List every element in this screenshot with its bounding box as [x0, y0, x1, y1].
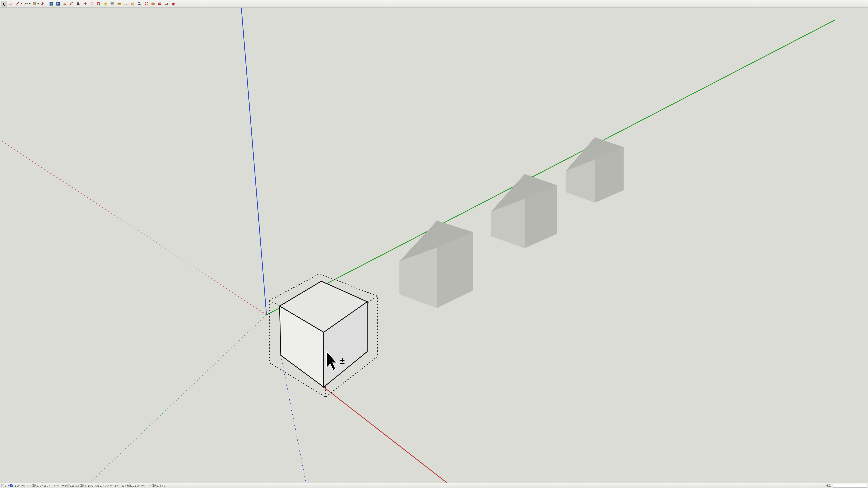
- info-icon[interactable]: i: [5, 484, 8, 487]
- dimension-tool[interactable]: [116, 1, 122, 7]
- svg-rect-12: [99, 4, 100, 5]
- main-toolbar: A1: [0, 0, 868, 8]
- svg-point-10: [78, 3, 79, 4]
- ghost-cube-3: [566, 137, 624, 203]
- green-axis-positive: [267, 20, 835, 315]
- ghost-cube-1: [399, 221, 473, 308]
- status-icons: ? i ?: [1, 484, 13, 487]
- help-icon[interactable]: ?: [9, 484, 13, 487]
- offset-tool[interactable]: [62, 1, 68, 7]
- svg-rect-23: [159, 4, 161, 4]
- zoom-extents-tool[interactable]: [143, 1, 149, 7]
- extension-warehouse-tool[interactable]: [170, 1, 177, 7]
- component-tool[interactable]: [48, 1, 55, 7]
- svg-text:A1: A1: [111, 3, 113, 4]
- blue-axis-positive: [241, 8, 266, 315]
- ghost-cube-2: [491, 174, 557, 248]
- zoom-tool[interactable]: [136, 1, 143, 7]
- followme-tool[interactable]: [68, 1, 75, 7]
- text-tool[interactable]: A1: [109, 1, 116, 7]
- hint-icon[interactable]: ?: [1, 484, 4, 487]
- svg-rect-25: [165, 3, 167, 4]
- move-tool[interactable]: [82, 1, 88, 7]
- measurement-label: 測定: [826, 484, 831, 487]
- line-tool-dropdown[interactable]: [21, 1, 22, 7]
- svg-rect-21: [158, 3, 161, 5]
- svg-point-20: [138, 2, 140, 4]
- viewport-canvas: ±: [0, 8, 868, 483]
- measurement-input[interactable]: [833, 484, 867, 488]
- red-axis-positive: [324, 387, 477, 483]
- add-location-tool[interactable]: [157, 1, 163, 7]
- svg-point-14: [105, 4, 106, 4]
- shape-tool[interactable]: [31, 1, 37, 7]
- svg-rect-24: [165, 3, 167, 5]
- svg-rect-26: [165, 4, 167, 4]
- rotate-tool[interactable]: [89, 1, 95, 7]
- svg-rect-22: [159, 3, 161, 4]
- scale-tool[interactable]: [96, 1, 102, 7]
- svg-rect-2: [16, 5, 17, 5]
- tapemeasure-tool[interactable]: [75, 1, 82, 7]
- 3d-warehouse-tool[interactable]: [163, 1, 170, 7]
- select-tool[interactable]: [1, 1, 7, 7]
- selected-cube[interactable]: [280, 281, 367, 387]
- svg-text:±: ±: [340, 355, 345, 366]
- arc-tool-dropdown[interactable]: [29, 1, 31, 7]
- shape-tool-dropdown[interactable]: [37, 1, 39, 7]
- section-plane-tool[interactable]: [150, 1, 156, 7]
- protractor-tool[interactable]: [102, 1, 109, 7]
- arc-tool[interactable]: [23, 1, 29, 7]
- red-axis-negative: [0, 132, 267, 315]
- paintbucket-tool[interactable]: [55, 1, 61, 7]
- eraser-tool[interactable]: [8, 1, 14, 7]
- status-hint-text: オブジェクトを選択してください。Shift キーを押したまま選択するか、またはマ…: [14, 484, 166, 487]
- svg-point-3: [24, 4, 25, 5]
- svg-point-18: [126, 3, 126, 4]
- pushpull-tool[interactable]: [39, 1, 46, 7]
- green-axis-negative: [71, 315, 266, 483]
- status-bar: ? i ? オブジェクトを選択してください。Shift キーを押したまま選択する…: [0, 483, 868, 488]
- line-tool[interactable]: [14, 1, 21, 7]
- svg-point-4: [27, 3, 28, 4]
- model-viewport[interactable]: ±: [0, 8, 868, 483]
- svg-rect-5: [33, 3, 36, 5]
- svg-point-19: [133, 2, 134, 4]
- orbit-tool[interactable]: [129, 1, 136, 7]
- axes-tool[interactable]: [123, 1, 129, 7]
